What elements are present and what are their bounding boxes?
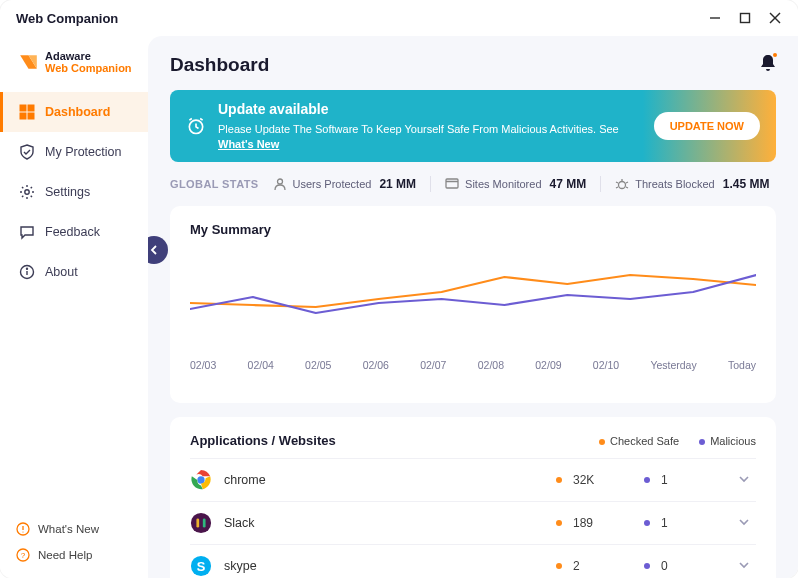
main-content: Dashboard Update available Please Update…: [148, 36, 798, 578]
global-stats: GLOBAL STATS Users Protected 21 MM Sites…: [170, 176, 776, 192]
help-icon: ?: [16, 548, 30, 562]
minimize-button[interactable]: [708, 11, 722, 25]
x-tick: 02/03: [190, 359, 216, 371]
svg-rect-1: [741, 14, 750, 23]
svg-point-14: [22, 531, 23, 532]
stat-sites: Sites Monitored 47 MM: [445, 177, 586, 191]
page-title: Dashboard: [170, 54, 269, 76]
alert-icon: [16, 522, 30, 536]
chart-prev-button[interactable]: [148, 236, 168, 264]
footer-help[interactable]: ? Need Help: [16, 542, 132, 568]
monitor-icon: [445, 177, 459, 191]
info-icon: [19, 264, 35, 280]
sidebar-item-dashboard[interactable]: Dashboard: [0, 92, 148, 132]
x-tick: Today: [728, 359, 756, 371]
sidebar-item-label: Dashboard: [45, 105, 110, 119]
col-safe: 2: [556, 559, 644, 573]
svg-rect-19: [446, 179, 458, 188]
shield-icon: [19, 144, 35, 160]
legend-safe: Checked Safe: [599, 435, 679, 447]
x-tick: 02/10: [593, 359, 619, 371]
svg-point-18: [277, 179, 282, 184]
apps-title: Applications / Websites: [190, 433, 336, 448]
summary-chart: 02/0302/0402/0502/0602/0702/0802/0902/10…: [190, 247, 756, 387]
sidebar: Adaware Web Companion Dashboard My Prote…: [0, 36, 148, 578]
chart-x-labels: 02/0302/0402/0502/0602/0702/0802/0902/10…: [190, 359, 756, 371]
app-icon: [190, 469, 212, 491]
sidebar-footer: What's New ? Need Help: [0, 516, 148, 568]
app-row: Slack 189 1: [190, 501, 756, 544]
chevron-down-icon: [739, 474, 749, 484]
close-button[interactable]: [768, 11, 782, 25]
stat-users: Users Protected 21 MM: [273, 177, 417, 191]
whatsnew-link[interactable]: What's New: [218, 138, 279, 150]
legend-malicious: Malicious: [699, 435, 756, 447]
col-malicious: 1: [644, 473, 732, 487]
svg-point-24: [191, 513, 211, 533]
svg-rect-4: [20, 105, 26, 111]
sidebar-item-label: Feedback: [45, 225, 100, 239]
sidebar-item-label: About: [45, 265, 78, 279]
x-tick: 02/09: [535, 359, 561, 371]
window-controls: [708, 11, 782, 25]
svg-point-8: [25, 190, 29, 194]
x-tick: 02/04: [248, 359, 274, 371]
user-icon: [273, 177, 287, 191]
x-tick: Yesterday: [650, 359, 696, 371]
col-malicious: 0: [644, 559, 732, 573]
app-icon: S: [190, 555, 212, 577]
expand-button[interactable]: [732, 473, 756, 487]
brand-logo: Adaware Web Companion: [0, 44, 148, 92]
svg-rect-7: [28, 113, 34, 119]
sidebar-item-feedback[interactable]: Feedback: [0, 212, 148, 252]
svg-text:S: S: [197, 559, 206, 574]
stat-threats: Threats Blocked 1.45 MM: [615, 177, 769, 191]
page-header: Dashboard: [170, 54, 776, 76]
sidebar-item-about[interactable]: About: [0, 252, 148, 292]
sidebar-item-settings[interactable]: Settings: [0, 172, 148, 212]
svg-point-21: [619, 182, 626, 189]
gear-icon: [19, 184, 35, 200]
summary-title: My Summary: [190, 222, 756, 237]
svg-text:?: ?: [21, 551, 26, 560]
svg-rect-26: [203, 519, 206, 528]
col-safe: 32K: [556, 473, 644, 487]
sidebar-item-label: Settings: [45, 185, 90, 199]
banner-text: Update available Please Update The Softw…: [218, 100, 642, 152]
col-safe: 189: [556, 516, 644, 530]
app-name: Slack: [224, 516, 556, 530]
svg-point-11: [27, 268, 28, 269]
adaware-logo-icon: [18, 52, 39, 72]
summary-card: My Summary 02/0302/0402/0502/0602/0702/0…: [170, 206, 776, 403]
chevron-down-icon: [739, 560, 749, 570]
expand-button[interactable]: [732, 516, 756, 530]
window-title: Web Companion: [16, 11, 118, 26]
svg-rect-6: [20, 113, 26, 119]
notifications-button[interactable]: [760, 54, 776, 76]
maximize-button[interactable]: [738, 11, 752, 25]
sidebar-nav: Dashboard My Protection Settings Feedbac…: [0, 92, 148, 292]
titlebar: Web Companion: [0, 0, 798, 36]
chevron-down-icon: [739, 517, 749, 527]
applications-card: Applications / Websites Checked Safe Mal…: [170, 417, 776, 578]
dashboard-icon: [19, 104, 35, 120]
x-tick: 02/06: [363, 359, 389, 371]
app-icon: [190, 512, 212, 534]
stats-label: GLOBAL STATS: [170, 178, 259, 190]
x-tick: 02/08: [478, 359, 504, 371]
expand-button[interactable]: [732, 559, 756, 573]
app-name: chrome: [224, 473, 556, 487]
svg-rect-5: [28, 105, 34, 111]
update-now-button[interactable]: UPDATE NOW: [654, 112, 760, 140]
app-row: chrome 32K 1: [190, 458, 756, 501]
brand-text: Adaware Web Companion: [45, 50, 132, 74]
apps-legend: Checked Safe Malicious: [599, 435, 756, 447]
bell-icon: [760, 54, 776, 72]
clock-icon: [186, 116, 206, 136]
update-banner: Update available Please Update The Softw…: [170, 90, 776, 162]
line-chart: [190, 247, 756, 347]
sidebar-item-protection[interactable]: My Protection: [0, 132, 148, 172]
footer-whatsnew[interactable]: What's New: [16, 516, 132, 542]
app-name: skype: [224, 559, 556, 573]
sidebar-item-label: My Protection: [45, 145, 121, 159]
